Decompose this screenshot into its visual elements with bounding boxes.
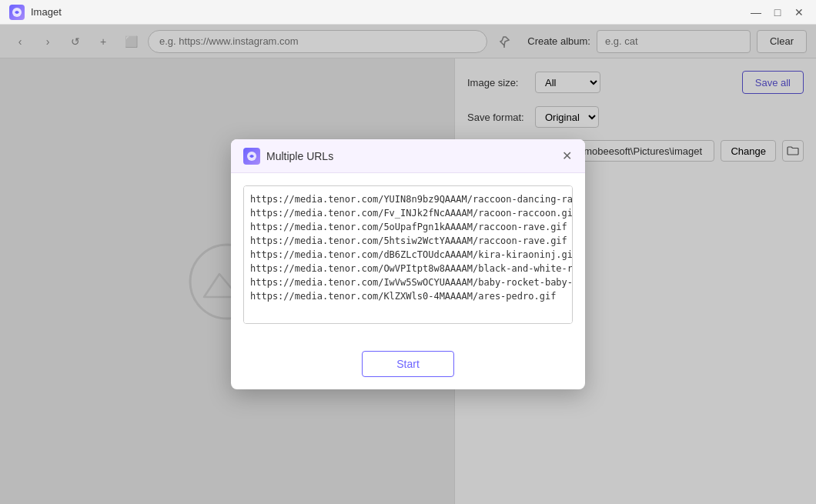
- modal-close-button[interactable]: ✕: [557, 147, 576, 165]
- modal-footer: Start: [231, 339, 585, 389]
- url-textarea[interactable]: https://media.tenor.com/YUIN8n9bz9QAAAM/…: [243, 185, 573, 324]
- window-controls: — □ ✕: [748, 5, 807, 20]
- maximize-button[interactable]: □: [770, 5, 785, 20]
- minimize-button[interactable]: —: [748, 5, 764, 20]
- modal-overlay: Multiple URLs ✕ https://media.tenor.com/…: [0, 25, 816, 504]
- start-button[interactable]: Start: [362, 351, 454, 377]
- app-logo: [9, 5, 25, 20]
- app-title: Imaget: [31, 6, 62, 18]
- modal-logo: [243, 148, 260, 165]
- title-bar: Imaget — □ ✕: [0, 0, 816, 25]
- modal-header: Multiple URLs ✕: [231, 139, 585, 173]
- modal-body: https://media.tenor.com/YUIN8n9bz9QAAAM/…: [231, 173, 585, 339]
- close-button[interactable]: ✕: [791, 5, 807, 20]
- modal-title: Multiple URLs: [266, 150, 333, 162]
- multiple-urls-dialog: Multiple URLs ✕ https://media.tenor.com/…: [231, 139, 585, 389]
